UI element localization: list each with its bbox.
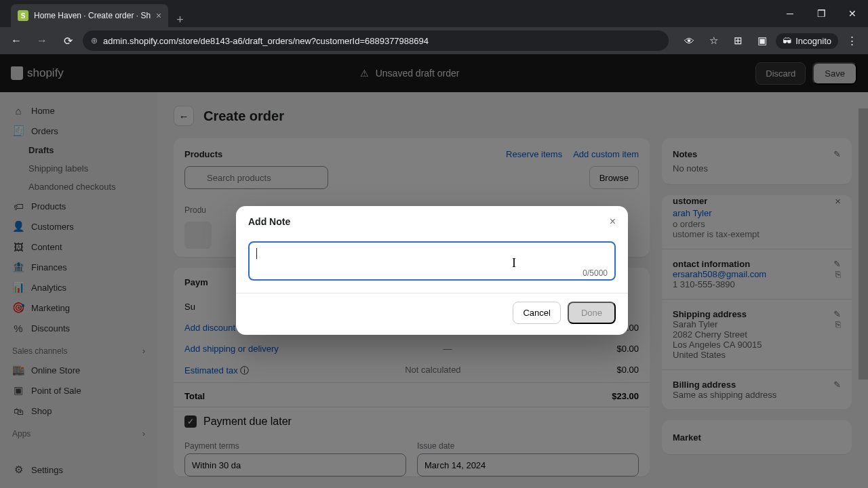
incognito-badge[interactable]: 🕶 Incognito (776, 33, 838, 49)
text-edit-cursor-icon (512, 256, 523, 270)
url-text: admin.shopify.com/store/de8143-a6/draft_… (103, 36, 429, 46)
shopify-favicon-icon: S (18, 10, 28, 21)
extensions-icon[interactable]: ⊞ (727, 30, 749, 52)
char-count: 0/5000 (583, 268, 608, 278)
reload-icon[interactable]: ⟳ (57, 30, 79, 52)
note-textarea[interactable] (248, 241, 616, 281)
modal-close-icon[interactable]: × (610, 216, 616, 228)
add-note-modal: Add Note × 0/5000 Cancel Done (236, 206, 628, 335)
forward-icon[interactable]: → (31, 30, 53, 52)
modal-title: Add Note (248, 216, 290, 227)
menu-dots-icon[interactable]: ⋮ (841, 30, 863, 52)
incognito-icon: 🕶 (783, 36, 791, 46)
eye-off-icon[interactable]: 👁 (678, 30, 700, 52)
browser-toolbar: ← → ⟳ ⊕ admin.shopify.com/store/de8143-a… (0, 27, 868, 54)
cancel-button[interactable]: Cancel (513, 302, 560, 324)
back-icon[interactable]: ← (5, 30, 27, 52)
browser-tab-strip: S Home Haven · Create order · Sh × + ─ ❐… (0, 0, 868, 27)
text-cursor (256, 248, 257, 259)
site-info-icon[interactable]: ⊕ (91, 36, 98, 45)
panel-icon[interactable]: ▣ (751, 30, 773, 52)
bookmark-star-icon[interactable]: ☆ (703, 30, 724, 52)
browser-tab[interactable]: S Home Haven · Create order · Sh × (11, 4, 168, 27)
close-window-icon[interactable]: ✕ (837, 0, 868, 27)
maximize-window-icon[interactable]: ❐ (806, 0, 837, 27)
new-tab-button[interactable]: + (168, 13, 192, 27)
url-bar[interactable]: ⊕ admin.shopify.com/store/de8143-a6/draf… (83, 30, 669, 51)
minimize-window-icon[interactable]: ─ (774, 0, 806, 27)
done-button[interactable]: Done (568, 302, 616, 324)
close-tab-icon[interactable]: × (156, 10, 161, 21)
tab-title: Home Haven · Create order · Sh (34, 11, 151, 20)
